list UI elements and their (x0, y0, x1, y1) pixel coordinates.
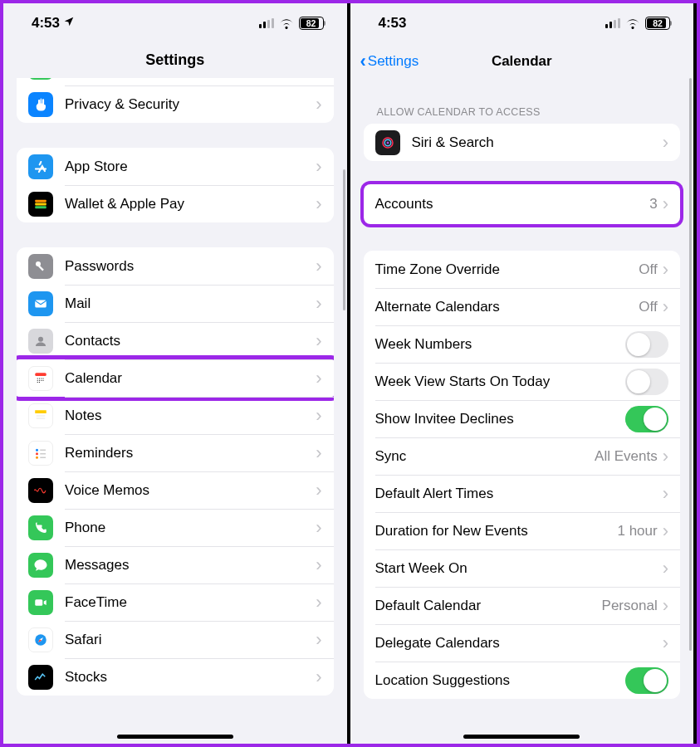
svg-point-16 (42, 379, 43, 380)
row-notes[interactable]: Notes › (17, 397, 334, 434)
row-time-zone-override[interactable]: Time Zone Override Off › (364, 251, 681, 288)
row-wallet[interactable]: Wallet & Apple Pay › (17, 185, 334, 222)
svg-rect-4 (38, 265, 44, 271)
toggle-invitee-declines[interactable] (625, 406, 668, 432)
svg-rect-29 (35, 599, 42, 606)
nav-header: ‹ Settings Calendar (350, 43, 694, 81)
row-siri-search[interactable]: Siri & Search › (364, 124, 681, 161)
label: Safari (65, 632, 316, 648)
svg-rect-19 (35, 410, 47, 413)
svg-point-11 (41, 378, 42, 378)
svg-point-15 (41, 379, 42, 380)
svg-point-14 (39, 379, 40, 380)
reminders-icon (28, 441, 53, 466)
toggle-location-suggestions[interactable] (625, 667, 668, 694)
detail-value: 1 hour (617, 523, 657, 540)
svg-point-10 (39, 378, 40, 378)
chevron-right-icon: › (316, 295, 321, 313)
row-hidden-top[interactable]: › (17, 78, 334, 85)
row-default-alert-times[interactable]: Default Alert Times › (364, 475, 681, 512)
chevron-right-icon: › (316, 257, 321, 276)
scroll-indicator[interactable] (689, 78, 692, 651)
section-header-allow: ALLOW CALENDAR TO ACCESS (350, 100, 694, 124)
row-mail[interactable]: Mail › (17, 285, 334, 322)
chevron-right-icon: › (663, 447, 668, 466)
row-show-invitee-declines[interactable]: Show Invitee Declines (364, 400, 681, 437)
cellular-icon (605, 18, 620, 28)
chevron-right-icon: › (316, 631, 321, 649)
svg-point-9 (37, 378, 38, 378)
row-accounts[interactable]: Accounts 3 › (364, 184, 681, 224)
row-delegate-calendars[interactable]: Delegate Calendars › (364, 624, 681, 662)
icon-placeholder (28, 78, 53, 80)
row-privacy-security[interactable]: Privacy & Security › (17, 85, 334, 123)
status-time: 4:53 (379, 15, 407, 32)
chevron-right-icon: › (316, 556, 321, 574)
settings-scroll[interactable]: › Privacy & Security › App Store › (3, 78, 347, 744)
label: Duration for New Events (375, 523, 618, 540)
chevron-right-icon: › (663, 134, 668, 152)
battery-icon: 82 (299, 17, 324, 30)
label: Show Invitee Declines (375, 411, 626, 427)
calendar-scroll[interactable]: ALLOW CALENDAR TO ACCESS Siri & Search ›… (350, 78, 694, 744)
detail-value: Personal (602, 598, 658, 614)
row-voice-memos[interactable]: Voice Memos › (17, 471, 334, 509)
toggle-week-view-today[interactable] (625, 369, 668, 395)
row-start-week-on[interactable]: Start Week On › (364, 549, 681, 587)
back-button[interactable]: ‹ Settings (360, 52, 419, 71)
row-safari[interactable]: Safari › (17, 621, 334, 658)
back-label: Settings (368, 53, 419, 70)
svg-point-6 (38, 336, 43, 341)
label: Siri & Search (412, 134, 663, 151)
chevron-right-icon: › (316, 369, 321, 388)
label: Default Calendar (375, 598, 602, 614)
row-alternate-calendars[interactable]: Alternate Calendars Off › (364, 288, 681, 325)
svg-point-33 (386, 141, 389, 144)
row-week-numbers[interactable]: Week Numbers (364, 325, 681, 363)
stocks-icon (28, 665, 53, 690)
svg-rect-20 (35, 413, 47, 422)
chevron-right-icon: › (316, 668, 321, 686)
chevron-right-icon: › (663, 634, 668, 652)
row-stocks[interactable]: Stocks › (17, 658, 334, 696)
status-right: 82 (259, 17, 324, 30)
label: Reminders (65, 445, 316, 461)
voicememos-icon (28, 478, 53, 503)
mail-icon (28, 291, 53, 316)
home-indicator[interactable] (117, 735, 233, 739)
label: Time Zone Override (375, 261, 639, 278)
chevron-right-icon: › (663, 298, 668, 316)
row-contacts[interactable]: Contacts › (17, 322, 334, 359)
row-duration-new-events[interactable]: Duration for New Events 1 hour › (364, 512, 681, 549)
svg-point-18 (39, 381, 40, 382)
label: Sync (375, 448, 595, 465)
row-sync[interactable]: Sync All Events › (364, 437, 681, 475)
svg-rect-1 (35, 203, 47, 205)
status-bar: 4:53 82 (350, 3, 694, 43)
row-facetime[interactable]: FaceTime › (17, 583, 334, 621)
chevron-right-icon: › (316, 593, 321, 612)
row-phone[interactable]: Phone › (17, 509, 334, 546)
status-bar: 4:53 82 (3, 3, 347, 43)
row-app-store[interactable]: App Store › (17, 148, 334, 185)
row-default-calendar[interactable]: Default Calendar Personal › (364, 587, 681, 624)
key-icon (28, 254, 53, 279)
row-week-view-today[interactable]: Week View Starts On Today (364, 363, 681, 400)
notes-icon (28, 403, 53, 428)
row-passwords[interactable]: Passwords › (17, 247, 334, 285)
group-apps: Passwords › Mail › Contacts › (17, 247, 334, 696)
toggle-week-numbers[interactable] (625, 331, 668, 358)
chevron-right-icon: › (663, 485, 668, 503)
row-messages[interactable]: Messages › (17, 546, 334, 583)
row-reminders[interactable]: Reminders › (17, 434, 334, 471)
home-indicator[interactable] (463, 735, 580, 739)
row-calendar[interactable]: Calendar › (17, 359, 334, 397)
label: Location Suggestions (375, 672, 626, 689)
label: Default Alert Times (375, 486, 663, 502)
svg-point-23 (36, 448, 38, 451)
scroll-indicator[interactable] (343, 169, 345, 310)
label: Mail (65, 295, 316, 312)
status-right: 82 (605, 17, 670, 30)
detail-value: 3 (649, 196, 657, 212)
row-location-suggestions[interactable]: Location Suggestions (364, 662, 681, 699)
